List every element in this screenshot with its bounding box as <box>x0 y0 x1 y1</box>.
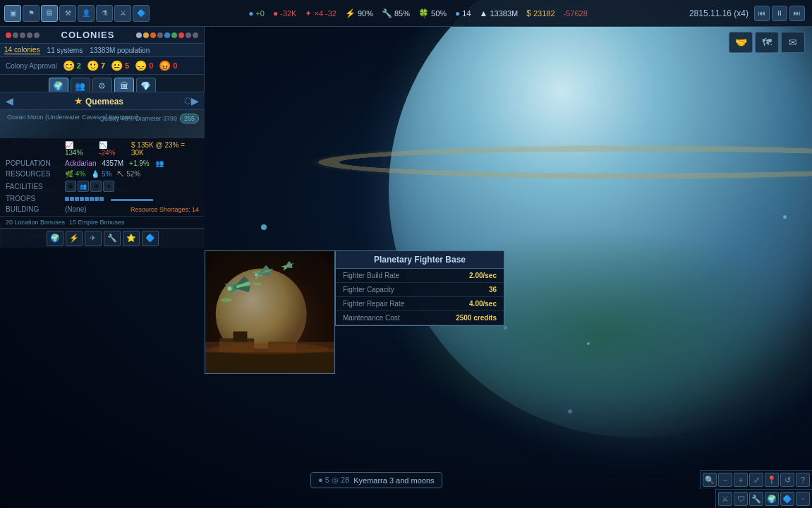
build-rate-value: 2.00/sec <box>469 272 497 279</box>
fac-icon-1: 🏛 <box>65 181 76 192</box>
planet-nav-right[interactable]: ▶ <box>191 95 199 107</box>
planet-morale-badge: 255 <box>180 114 199 123</box>
dot-red-2 <box>178 32 184 38</box>
bottom-icon-military[interactable]: ✈ <box>85 231 102 246</box>
action-defense-btn[interactable]: 🛡 <box>734 492 748 506</box>
toolbar-icon-flag[interactable]: ⚑ <box>23 5 40 22</box>
count-very-happy: 2 <box>77 61 81 70</box>
planet-expand-button[interactable]: ⬡ <box>184 96 191 106</box>
toolbar-icon-intel[interactable]: 🔷 <box>133 5 150 22</box>
toolbar-icon-colony[interactable]: 🏛 <box>41 5 58 22</box>
planet-thumbnail: Ocean Moon (Underwater Caves of Kyemarra… <box>0 110 205 138</box>
action-misc-btn[interactable]: ◦ <box>796 492 810 506</box>
building-row: BUILDING (None) Resource Shortages: 14 <box>0 204 205 214</box>
dot-red <box>6 32 11 38</box>
pip-7 <box>95 197 99 201</box>
planet-rows: 📈 134% 📉 -24% $ 135K @ 23% = 30K POPULAT… <box>0 138 205 216</box>
stat-morale: 🍀 50% <box>418 8 447 18</box>
zoom-in-icon[interactable]: 🔍 <box>703 473 717 487</box>
space-object-3 <box>587 342 590 345</box>
playback-controls: ⏮ ⏸ ⏭ <box>754 6 805 21</box>
zoom-plus-button[interactable]: + <box>734 473 748 487</box>
action-colony-btn[interactable]: 🌍 <box>765 492 779 506</box>
empire-bonuses[interactable]: 15 Empire Bonuses <box>69 219 125 226</box>
zoom-fit-button[interactable]: ⤢ <box>749 473 763 487</box>
playback-pause[interactable]: ⏸ <box>772 6 787 21</box>
ships-icon: ● <box>455 8 460 18</box>
zoom-help-button[interactable]: ? <box>796 473 810 487</box>
zoom-pin-button[interactable]: 📍 <box>765 473 779 487</box>
influence-icon: ● <box>248 8 253 18</box>
action-diplomacy[interactable]: 🤝 <box>729 32 753 53</box>
zoom-minus-button[interactable]: − <box>718 473 732 487</box>
dot-gray-6 <box>186 32 191 38</box>
approval-content: 🙂 7 <box>87 60 105 71</box>
morale-value: 50% <box>431 9 447 18</box>
bottom-icon-info[interactable]: 🔷 <box>142 231 159 246</box>
planet-row-troops: TROOPS ▬▬▬▬▬▬ <box>0 193 205 204</box>
building-label: BUILDING <box>6 205 62 213</box>
action-repair-btn[interactable]: 🔧 <box>749 492 763 506</box>
pip-6 <box>90 197 94 201</box>
planet-footer: 20 Location Bonuses 15 Empire Bonuses <box>0 216 205 228</box>
stat-fuel: ⚡ 90% <box>345 8 373 18</box>
colonies-header: COLONIES 14 colonies 11 systems 13383M p… <box>0 27 204 75</box>
space-object-2 <box>783 215 787 219</box>
popup-row-repair-rate: Fighter Repair Rate 4.00/sec <box>336 297 504 311</box>
capacity-label: Fighter Capacity <box>343 286 489 294</box>
bottom-icon-colony[interactable]: 🌍 <box>47 231 63 246</box>
stat-ships: ● 14 <box>455 8 471 18</box>
growth-val1: 📈 134% <box>65 141 93 157</box>
repair-rate-value: 4.00/sec <box>469 300 497 308</box>
stat-influence: ● +0 <box>248 8 265 18</box>
bottom-icon-power[interactable]: ⚡ <box>66 231 83 246</box>
title-dots-right <box>136 32 198 38</box>
playback-forward[interactable]: ⏭ <box>789 6 805 21</box>
planet-nav-left[interactable]: ◀ <box>6 95 13 107</box>
space-object-4 <box>568 409 572 413</box>
stat-systems[interactable]: 11 systems <box>47 47 83 54</box>
toolbar-icon-military[interactable]: ⚔ <box>114 5 131 22</box>
approval-unhappy: 😞 0 <box>135 60 153 71</box>
action-map[interactable]: 🗺 <box>755 32 779 53</box>
action-messages[interactable]: ✉ <box>781 32 805 53</box>
dot-orange <box>150 32 156 38</box>
troops-label: TROOPS <box>6 195 62 202</box>
morale-icon: 🍀 <box>418 8 429 18</box>
toolbar-icon-people[interactable]: 👤 <box>78 5 95 22</box>
space-object-5 <box>504 326 507 329</box>
action-ship-btn[interactable]: 🔷 <box>780 492 794 506</box>
facilities-row-label: FACILITIES <box>6 183 62 190</box>
bottom-icon-build[interactable]: 🔧 <box>104 231 121 246</box>
colonies-stats-bar: 14 colonies 11 systems 13383M population <box>0 43 204 57</box>
influence-value: +0 <box>255 9 265 18</box>
troop-indicator: ▬▬▬▬▬▬ <box>111 195 153 202</box>
dot-gray-2 <box>20 32 25 38</box>
pop-icon: 👥 <box>155 159 164 167</box>
research-icon: ✦ <box>305 8 312 18</box>
stat-colonies[interactable]: 14 colonies <box>4 46 40 54</box>
maintenance-value: 2500 credits <box>456 314 497 322</box>
toolbar-icon-build[interactable]: ⚒ <box>59 5 76 22</box>
zoom-reset-button[interactable]: ↺ <box>780 473 794 487</box>
title-dots-left <box>6 32 40 38</box>
stat-pop[interactable]: 13383M population <box>90 47 150 54</box>
resources-label: RESOURCES <box>6 170 62 178</box>
emoji-unhappy: 😞 <box>135 60 147 71</box>
playback-rewind[interactable]: ⏮ <box>754 6 770 21</box>
credits-value: 23182 <box>533 9 555 18</box>
planet-row-facilities: FACILITIES 🏛 👥 ⚙ ✈ <box>0 179 205 193</box>
emoji-happy: 🙂 <box>87 60 99 71</box>
svg-point-23 <box>210 343 329 354</box>
action-combat-btn[interactable]: ⚔ <box>718 492 732 506</box>
toolbar-icon-research[interactable]: ⚗ <box>96 5 113 22</box>
repair-rate-label: Fighter Repair Rate <box>343 300 469 308</box>
left-panel: COLONIES 14 colonies 11 systems 13383M p… <box>0 27 205 248</box>
bottom-icon-special[interactable]: ⭐ <box>123 231 140 246</box>
pip-4 <box>80 197 84 201</box>
approval-angry: 😡 0 <box>159 60 177 71</box>
toolbar-icon-map[interactable]: ▣ <box>4 5 21 22</box>
pop-growth: +1.9% <box>129 159 150 167</box>
location-bonuses[interactable]: 20 Location Bonuses <box>6 219 65 226</box>
planet-name-area: ★ Quemeas <box>13 95 184 107</box>
